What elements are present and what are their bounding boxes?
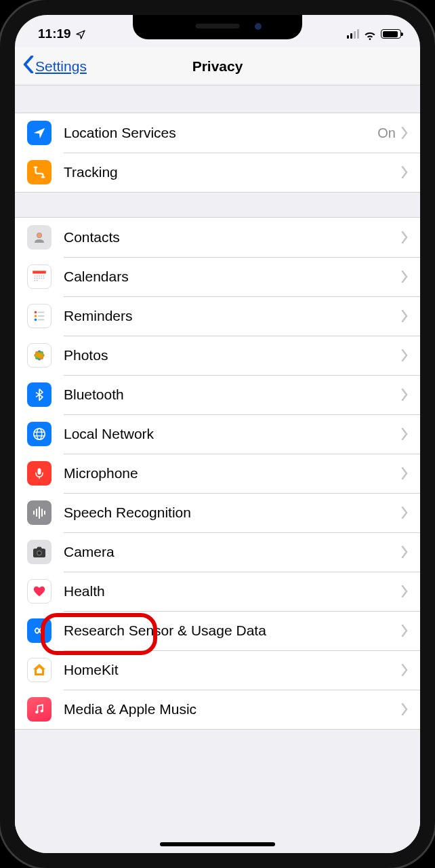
chevron-right-icon xyxy=(401,127,408,139)
svg-point-7 xyxy=(41,275,42,277)
status-time: 11:19 xyxy=(38,26,71,41)
svg-point-11 xyxy=(39,277,40,279)
row-local-network[interactable]: Local Network xyxy=(15,414,420,454)
status-right xyxy=(347,29,401,39)
svg-rect-34 xyxy=(38,469,41,475)
screen: 11:19 Settings xyxy=(15,15,420,853)
row-label: Reminders xyxy=(64,308,401,324)
bluetooth-icon xyxy=(27,382,51,407)
row-camera[interactable]: Camera xyxy=(15,532,420,572)
chevron-right-icon xyxy=(401,231,408,243)
row-label: Camera xyxy=(64,544,401,560)
svg-point-12 xyxy=(41,277,42,279)
row-tracking[interactable]: Tracking xyxy=(15,153,420,192)
battery-icon xyxy=(381,29,401,39)
local-network-icon xyxy=(27,422,51,446)
row-label: Photos xyxy=(64,347,401,363)
svg-point-30 xyxy=(34,429,45,440)
svg-point-42 xyxy=(38,551,41,555)
reminders-icon xyxy=(27,304,51,328)
row-label: Local Network xyxy=(64,426,401,442)
row-label: Bluetooth xyxy=(64,387,401,403)
section-gap xyxy=(15,85,420,113)
media-music-icon xyxy=(27,697,51,722)
chevron-right-icon xyxy=(401,166,408,178)
row-photos[interactable]: Photos xyxy=(15,336,420,375)
page-title: Privacy xyxy=(192,58,243,75)
svg-point-8 xyxy=(43,275,45,277)
row-label: Location Services xyxy=(64,125,377,141)
content[interactable]: Location Services On Tracking xyxy=(15,85,420,853)
location-arrow-icon xyxy=(27,121,51,145)
wifi-icon xyxy=(363,29,377,39)
nav-bar: Settings Privacy xyxy=(15,47,420,85)
row-label: Tracking xyxy=(64,164,401,180)
row-reminders[interactable]: Reminders xyxy=(15,296,420,336)
svg-point-20 xyxy=(35,319,37,321)
back-button[interactable]: Settings xyxy=(23,56,87,77)
chevron-right-icon xyxy=(401,271,408,283)
status-left: 11:19 xyxy=(38,26,86,41)
back-label: Settings xyxy=(35,58,87,75)
row-research[interactable]: Research Sensor & Usage Data xyxy=(15,611,420,650)
cellular-signal-icon xyxy=(347,29,359,39)
chevron-right-icon xyxy=(401,507,408,519)
section-gap xyxy=(15,193,420,217)
camera-icon xyxy=(27,540,51,564)
row-value: On xyxy=(377,125,396,141)
tracking-icon xyxy=(27,160,51,184)
row-label: Health xyxy=(64,583,401,599)
chevron-left-icon xyxy=(23,56,34,77)
row-label: Speech Recognition xyxy=(64,505,401,521)
chevron-right-icon xyxy=(401,467,408,479)
row-label: HomeKit xyxy=(64,662,401,678)
research-icon xyxy=(27,618,51,643)
row-label: Media & Apple Music xyxy=(64,701,401,717)
location-arrow-icon xyxy=(75,28,86,39)
svg-point-6 xyxy=(39,275,40,277)
notch xyxy=(133,15,302,39)
chevron-right-icon xyxy=(401,546,408,558)
chevron-right-icon xyxy=(401,664,408,676)
svg-point-15 xyxy=(37,280,38,281)
phone-frame: 11:19 Settings xyxy=(0,0,435,868)
row-label: Contacts xyxy=(64,229,401,245)
svg-point-10 xyxy=(37,277,38,279)
row-microphone[interactable]: Microphone xyxy=(15,454,420,493)
svg-point-18 xyxy=(35,315,37,317)
row-location-services[interactable]: Location Services On xyxy=(15,113,420,153)
row-label: Research Sensor & Usage Data xyxy=(64,623,401,639)
row-speech-recognition[interactable]: Speech Recognition xyxy=(15,493,420,532)
chevron-right-icon xyxy=(401,703,408,715)
svg-rect-19 xyxy=(38,315,44,317)
svg-rect-2 xyxy=(33,271,46,273)
svg-point-43 xyxy=(35,711,38,713)
chevron-right-icon xyxy=(401,625,408,637)
row-bluetooth[interactable]: Bluetooth xyxy=(15,375,420,414)
svg-point-13 xyxy=(43,277,45,279)
chevron-right-icon xyxy=(401,428,408,440)
row-calendars[interactable]: Calendars xyxy=(15,257,420,296)
row-health[interactable]: Health xyxy=(15,572,420,611)
svg-rect-21 xyxy=(38,319,44,321)
svg-rect-17 xyxy=(38,312,44,313)
svg-point-1 xyxy=(37,233,41,237)
group-location: Location Services On Tracking xyxy=(15,113,420,193)
health-icon xyxy=(27,579,51,604)
row-contacts[interactable]: Contacts xyxy=(15,218,420,257)
calendar-icon xyxy=(27,264,51,289)
speaker xyxy=(196,24,240,28)
row-media-apple-music[interactable]: Media & Apple Music xyxy=(15,690,420,729)
homekit-icon xyxy=(27,658,51,682)
speech-recognition-icon xyxy=(27,500,51,525)
svg-point-44 xyxy=(41,709,43,712)
row-homekit[interactable]: HomeKit xyxy=(15,650,420,690)
microphone-icon xyxy=(27,461,51,486)
chevron-right-icon xyxy=(401,349,408,361)
group-privacy-list: Contacts Calendars Reminders xyxy=(15,217,420,730)
contacts-icon xyxy=(27,225,51,250)
chevron-right-icon xyxy=(401,585,408,597)
home-indicator[interactable] xyxy=(160,842,275,846)
row-label: Microphone xyxy=(64,465,401,481)
svg-point-5 xyxy=(37,275,38,277)
